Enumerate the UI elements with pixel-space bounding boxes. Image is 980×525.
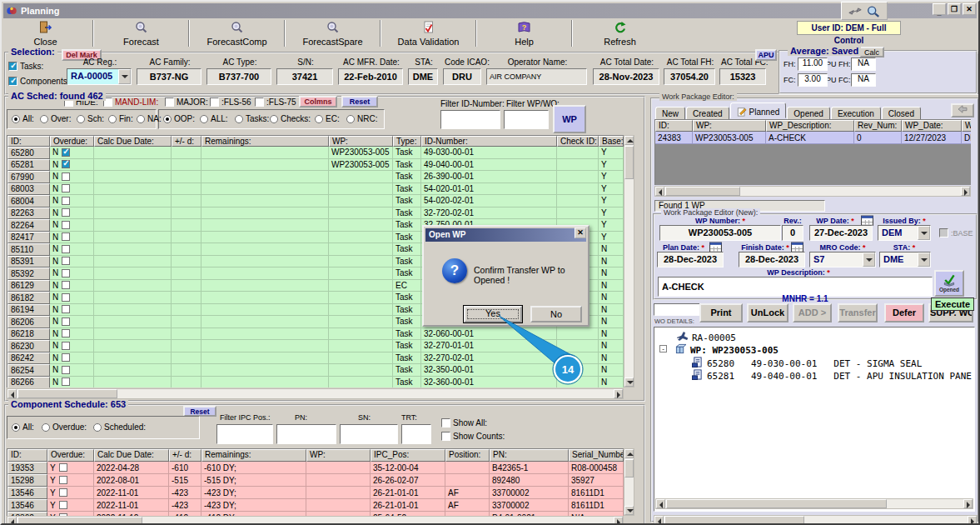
column-header-wp-date[interactable]: WP_Date: (902, 120, 962, 132)
fc-value[interactable]: 3.00 (798, 73, 828, 87)
wp-table-hscrollbar[interactable] (654, 186, 971, 197)
chevron-down-icon[interactable] (118, 69, 131, 84)
row-select-checkbox[interactable] (62, 293, 70, 302)
scroll-left-button[interactable] (7, 389, 17, 398)
column-header-serial-number[interactable]: Serial_Number: (569, 449, 624, 462)
toolbar-button-data-validation[interactable]: Data Validation (386, 18, 470, 48)
component-filter-input-trt[interactable] (401, 424, 431, 444)
sched-radio2-nrc[interactable]: NRC: (346, 114, 377, 123)
column-header-wp[interactable]: WP: (306, 449, 371, 462)
defer-button[interactable]: Defer (884, 303, 924, 322)
scroll-down-button[interactable] (624, 378, 634, 387)
column-header-d[interactable]: +/- d: (172, 136, 201, 147)
component-radio-scheduled[interactable]: Scheduled: (93, 422, 146, 432)
row-select-checkbox[interactable] (62, 281, 70, 289)
sched-checkbox-fls-56[interactable]: :FLS-56 (210, 98, 251, 107)
column-header-remainings[interactable]: Remainings: (201, 449, 306, 462)
tree-node-wp[interactable]: WP: WP230053-005 (674, 343, 779, 357)
selection-checkbox-tasks[interactable]: Tasks: (8, 62, 43, 71)
row-select-checkbox[interactable] (62, 366, 70, 374)
tab-created[interactable]: Created (686, 107, 729, 120)
row-select-checkbox[interactable] (62, 329, 70, 338)
table-row[interactable]: 86266NTask32-360-00-01N (7, 377, 624, 388)
sched-radio2-oop[interactable]: OOP: (163, 114, 195, 123)
scroll-thumb[interactable] (665, 187, 740, 196)
table-row[interactable]: 67990NTask26-390-00-01Y (7, 171, 624, 183)
table-row[interactable]: 86254NTask32-350-00-01N (7, 364, 624, 377)
column-header-ipc-pos[interactable]: IPC_Pos: (371, 449, 445, 462)
column-header-d[interactable]: +/- d: (169, 449, 201, 462)
wp-button[interactable]: WP (553, 105, 586, 133)
component-checkbox-show-counts[interactable]: Show Counts: (441, 432, 505, 441)
scroll-down-button[interactable] (624, 506, 634, 515)
row-select-checkbox[interactable] (62, 269, 70, 278)
sched-checkbox-mand-lim[interactable]: MAND-LIM: (103, 98, 158, 107)
component-filter-input-sn[interactable] (340, 424, 398, 444)
column-header-id[interactable]: ID: (7, 449, 47, 462)
wp-row[interactable]: 24383WP230053-005A-CHECK012/27/2023DEM (655, 132, 971, 144)
toolbar-button-forecastcomp[interactable]: ForecastComp (195, 18, 279, 48)
component-checkbox-show-all[interactable]: Show All: (441, 418, 487, 428)
dialog-no-button[interactable]: No (530, 306, 582, 322)
scroll-thumb[interactable] (664, 516, 804, 525)
row-select-checkbox[interactable] (62, 305, 70, 313)
sched-radio2-ec[interactable]: EC: (315, 114, 340, 123)
column-header-calc-due-date[interactable]: Calc Due Date: (94, 136, 172, 147)
wp-tree-hscrollbar[interactable] (655, 498, 973, 509)
tree-task-item[interactable]: 65280 49-030-00-01 DET - SIGMA SEAL (691, 357, 922, 370)
sched-checkbox-fls-75[interactable]: :FLS-75 (255, 98, 296, 107)
row-select-checkbox[interactable] (62, 232, 70, 241)
toolbar-button-close[interactable]: Close (3, 18, 87, 48)
print-button[interactable]: Print (699, 303, 743, 322)
issued-by-combo[interactable]: DEM (878, 225, 931, 241)
toolbar-button-forecast[interactable]: Forecast (99, 18, 183, 48)
scroll-left-button[interactable] (655, 187, 664, 196)
tab-execution[interactable]: Execution (831, 107, 881, 120)
selection-checkbox-components[interactable]: Components: (8, 77, 69, 86)
unlock-button[interactable]: UnLock (747, 303, 788, 322)
dialog-close-icon[interactable]: ✕ (575, 228, 586, 238)
sched-radio2-tasks[interactable]: Tasks: (235, 114, 269, 123)
scroll-right-button[interactable] (963, 499, 973, 508)
scroll-right-button[interactable] (614, 389, 623, 398)
column-header-check-id[interactable]: Check ID: (557, 136, 599, 147)
row-select-checkbox[interactable] (62, 378, 70, 386)
sched-checkbox-major[interactable]: MAJOR: (165, 98, 208, 107)
tree-root-aircraft[interactable]: RA-00005 (676, 331, 736, 344)
component-filter-input-pn[interactable] (276, 424, 336, 444)
filter-wp-wo-input[interactable] (504, 110, 549, 129)
sched-radio-fin[interactable]: Fin: (108, 114, 133, 123)
mro-code-combo[interactable]: S7 (809, 252, 876, 268)
table-row[interactable]: 13546Y2022-11-01-423-423 DY;26-21-01-01A… (7, 487, 624, 499)
tab-new[interactable]: New (655, 107, 685, 120)
filter-id-number-input[interactable] (440, 110, 500, 129)
component-radio-overdue[interactable]: Overdue: (42, 422, 87, 432)
scroll-left-button[interactable] (656, 499, 665, 508)
component-hscrollbar[interactable] (7, 516, 624, 525)
column-header-id-number[interactable]: ID-Number: (421, 136, 557, 147)
row-select-checkbox[interactable] (59, 476, 67, 484)
scroll-thumb[interactable] (17, 517, 142, 525)
column-header-remainings[interactable]: Remainings: (201, 136, 329, 147)
column-header-id[interactable]: ID: (7, 136, 50, 147)
column-header-type[interactable]: Type: (393, 136, 421, 147)
scroll-right-button[interactable] (968, 516, 977, 525)
sta-combo[interactable]: DME (879, 252, 931, 268)
sched-radio-sch[interactable]: Sch: (77, 114, 104, 123)
scroll-thumb[interactable] (666, 499, 887, 508)
chevron-down-icon[interactable] (918, 252, 930, 267)
table-row[interactable]: 86242NTask32-270-02-01N (7, 352, 624, 365)
apu-fc-value[interactable]: NA (851, 73, 876, 87)
scroll-up-button[interactable] (624, 136, 634, 145)
row-select-checkbox[interactable] (62, 221, 70, 229)
chevron-down-icon[interactable] (918, 226, 930, 240)
apu-button[interactable]: APU (755, 49, 777, 61)
row-select-checkbox[interactable] (62, 184, 70, 192)
sched-radio2-checks[interactable]: Checks: (270, 114, 311, 123)
toolbar-button-forecastspare[interactable]: ForecastSpare (291, 18, 375, 48)
table-row[interactable]: 86230NTask32-270-01-01N (7, 340, 624, 352)
toolbar-button-help[interactable]: ?Help (482, 18, 566, 48)
wp-back-arrow-button[interactable] (951, 103, 974, 118)
tab-opened[interactable]: Opened (787, 107, 830, 120)
ac-sched-vscrollbar[interactable] (624, 135, 634, 388)
